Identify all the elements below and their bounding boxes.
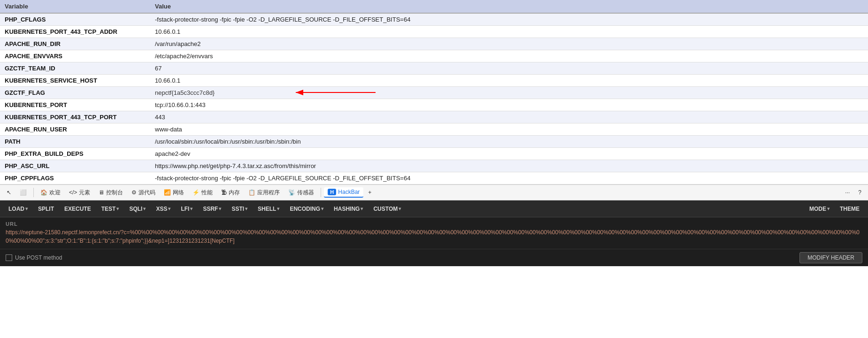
more-icon: ··· <box>845 189 850 196</box>
encoding-dropdown-arrow: ▾ <box>321 206 323 211</box>
dt-sep2 <box>321 188 321 197</box>
table-row: KUBERNETES_PORTtcp://10.66.0.1:443 <box>0 99 868 111</box>
cell-variable: APACHE_ENVVARS <box>0 50 150 62</box>
modify-header-button[interactable]: MODIFY HEADER <box>799 252 862 263</box>
hackbar-split-button[interactable]: SPLIT <box>33 204 59 214</box>
col-value-header: Value <box>150 0 868 13</box>
hackbar-sqli-button[interactable]: SQLI▾ <box>124 204 150 214</box>
dt-add[interactable]: + <box>364 188 375 197</box>
dt-sources[interactable]: ⚙ 源代码 <box>128 187 159 198</box>
table-row: APACHE_ENVVARS/etc/apache2/envvars <box>0 50 868 62</box>
cell-variable: KUBERNETES_PORT_443_TCP_ADDR <box>0 26 150 38</box>
hackbar-shell-button[interactable]: SHELL▾ <box>253 204 284 214</box>
dt-sensors[interactable]: 📡 传感器 <box>284 187 318 198</box>
dt-welcome-label: 欢迎 <box>49 189 61 197</box>
hackbar-test-button[interactable]: TEST▾ <box>97 204 124 214</box>
dt-network[interactable]: 📶 网络 <box>160 187 188 198</box>
hackbar-theme-button[interactable]: THEME <box>835 204 864 214</box>
sqli-dropdown-arrow: ▾ <box>143 206 146 211</box>
cell-variable: APACHE_RUN_USER <box>0 123 150 136</box>
help-icon: ? <box>858 189 861 196</box>
hashing-dropdown-arrow: ▾ <box>361 206 363 211</box>
use-post-label: Use POST method <box>15 254 62 261</box>
dt-welcome[interactable]: 🏠 欢迎 <box>37 187 64 198</box>
cell-variable: PHP_CFLAGS <box>0 13 150 26</box>
hackbar-encoding-button[interactable]: ENCODING▾ <box>285 204 328 214</box>
hackbar-xss-button[interactable]: XSS▾ <box>151 204 175 214</box>
hackbar-icon: H <box>328 189 336 195</box>
memory-icon: 🗜 <box>221 189 227 196</box>
cell-value: https://www.php.net/get/php-7.4.3.tar.xz… <box>150 160 868 172</box>
cell-value: apache2-dev <box>150 148 868 160</box>
dt-inspect[interactable]: ⬜ <box>16 188 31 197</box>
dt-console-label: 控制台 <box>106 189 123 197</box>
mode-dropdown-arrow: ▾ <box>827 206 830 211</box>
devtools-toolbar: ↖ ⬜ 🏠 欢迎 </> 元素 🖥 控制台 ⚙ 源代码 📶 网络 ⚡ 性能 <box>0 184 868 200</box>
cell-value: nepctf{1a5c3ccc7c8d} <box>150 87 868 99</box>
dt-more[interactable]: ··· <box>841 188 853 197</box>
dt-hackbar-label: HackBar <box>338 189 360 195</box>
hackbar-hashing-button[interactable]: HASHING▾ <box>329 204 368 214</box>
hackbar-execute-button[interactable]: EXECUTE <box>60 204 96 214</box>
cell-value: -fstack-protector-strong -fpic -fpie -O2… <box>150 13 868 26</box>
cell-value: 10.66.0.1 <box>150 75 868 87</box>
cell-variable: PHP_ASC_URL <box>0 160 150 172</box>
hackbar-ssrf-button[interactable]: SSRF▾ <box>198 204 226 214</box>
cell-variable: GZCTF_TEAM_ID <box>0 62 150 75</box>
application-icon: 📋 <box>248 189 255 196</box>
url-label: URL <box>6 221 862 227</box>
dt-memory[interactable]: 🗜 内存 <box>217 187 244 198</box>
cell-variable: KUBERNETES_SERVICE_HOST <box>0 75 150 87</box>
custom-dropdown-arrow: ▾ <box>399 206 401 211</box>
table-row: GZCTF_TEAM_ID67 <box>0 62 868 75</box>
dt-pointer[interactable]: ↖ <box>3 188 15 197</box>
cell-value: tcp://10.66.0.1:443 <box>150 99 868 111</box>
dt-elements[interactable]: </> 元素 <box>65 187 94 198</box>
cell-variable: KUBERNETES_PORT_443_TCP_PORT <box>0 111 150 123</box>
hackbar-load-button[interactable]: LOAD▾ <box>4 204 32 214</box>
dt-application-label: 应用程序 <box>257 189 280 197</box>
hackbar-custom-button[interactable]: CUSTOM▾ <box>369 204 406 214</box>
dt-sensors-label: 传感器 <box>297 189 314 197</box>
console-icon: 🖥 <box>99 189 104 196</box>
dt-sep1 <box>33 188 34 197</box>
dt-performance-label: 性能 <box>201 189 213 197</box>
col-variable-header: Variable <box>0 0 150 13</box>
table-row: PHP_ASC_URLhttps://www.php.net/get/php-7… <box>0 160 868 172</box>
url-value[interactable]: https://neptune-21580.nepctf.lemonprefec… <box>6 228 862 245</box>
dt-performance[interactable]: ⚡ 性能 <box>189 187 216 198</box>
cell-value: 10.66.0.1 <box>150 26 868 38</box>
cell-value: www-data <box>150 123 868 136</box>
bottom-bar: Use POST method MODIFY HEADER <box>0 249 868 266</box>
table-row: APACHE_RUN_DIR/var/run/apache2 <box>0 38 868 50</box>
dt-help[interactable]: ? <box>854 188 865 197</box>
table-row: KUBERNETES_PORT_443_TCP_PORT443 <box>0 111 868 123</box>
shell-dropdown-arrow: ▾ <box>277 206 279 211</box>
table-area: Variable Value PHP_CFLAGS-fstack-protect… <box>0 0 868 184</box>
use-post-checkbox[interactable] <box>6 254 12 261</box>
add-tab-icon: + <box>368 189 371 196</box>
table-row: KUBERNETES_PORT_443_TCP_ADDR10.66.0.1 <box>0 26 868 38</box>
hackbar-lfi-button[interactable]: LFI▾ <box>176 204 197 214</box>
cell-value: 443 <box>150 111 868 123</box>
ssrf-dropdown-arrow: ▾ <box>219 206 221 211</box>
main-container: Variable Value PHP_CFLAGS-fstack-protect… <box>0 0 868 266</box>
table-row: GZCTF_FLAGnepctf{1a5c3ccc7c8d} <box>0 87 868 99</box>
hackbar-ssti-button[interactable]: SSTI▾ <box>227 204 252 214</box>
dt-application[interactable]: 📋 应用程序 <box>245 187 284 198</box>
dt-sources-label: 源代码 <box>138 189 155 197</box>
cell-value: /usr/local/sbin:/usr/local/bin:/usr/sbin… <box>150 136 868 148</box>
cell-variable: GZCTF_FLAG <box>0 87 150 99</box>
url-area: URL https://neptune-21580.nepctf.lemonpr… <box>0 217 868 249</box>
test-dropdown-arrow: ▾ <box>116 206 119 211</box>
table-row: PHP_CFLAGS-fstack-protector-strong -fpic… <box>0 13 868 26</box>
hackbar-mode-button[interactable]: MODE▾ <box>805 204 834 214</box>
ssti-dropdown-arrow: ▾ <box>245 206 247 211</box>
cell-variable: PHP_CPPFLAGS <box>0 172 150 184</box>
dt-hackbar[interactable]: H HackBar <box>324 187 363 198</box>
pointer-icon: ↖ <box>7 189 11 196</box>
cell-variable: KUBERNETES_PORT <box>0 99 150 111</box>
table-row: KUBERNETES_SERVICE_HOST10.66.0.1 <box>0 75 868 87</box>
dt-console[interactable]: 🖥 控制台 <box>95 187 127 198</box>
performance-icon: ⚡ <box>192 189 200 196</box>
